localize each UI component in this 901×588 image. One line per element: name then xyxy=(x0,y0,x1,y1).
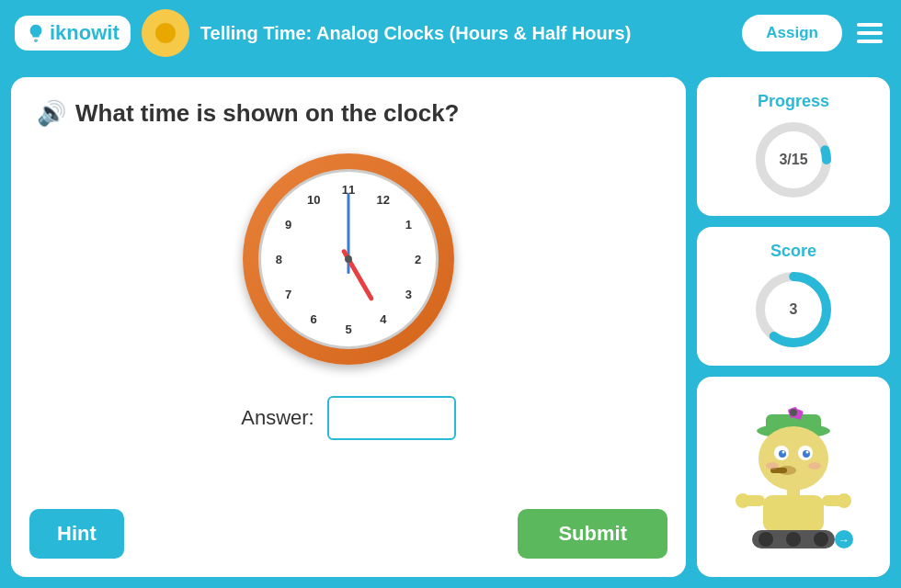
analog-clock: 121234567891011 xyxy=(243,153,454,365)
header: iknowit Telling Time: Analog Clocks (Hou… xyxy=(0,0,901,66)
clock-number-4: 4 xyxy=(380,312,386,326)
answer-label: Answer: xyxy=(241,406,314,430)
svg-point-20 xyxy=(808,462,821,469)
action-buttons: Hint Submit xyxy=(29,509,667,559)
svg-rect-22 xyxy=(763,495,824,532)
submit-button[interactable]: Submit xyxy=(518,509,667,559)
svg-point-16 xyxy=(806,451,809,454)
menu-line-1 xyxy=(857,23,883,27)
assign-button[interactable]: Assign xyxy=(742,15,842,51)
svg-point-30 xyxy=(814,532,828,547)
hour-hand xyxy=(347,258,374,302)
svg-point-9 xyxy=(790,409,797,416)
clock-center xyxy=(345,255,352,263)
clock-number-12: 12 xyxy=(377,192,390,206)
clock-number-8: 8 xyxy=(276,253,282,266)
menu-line-3 xyxy=(857,40,883,43)
svg-point-29 xyxy=(786,532,801,547)
main-area: 🔊 What time is shown on the clock? 12123… xyxy=(0,66,901,588)
svg-text:→: → xyxy=(838,534,850,547)
svg-point-10 xyxy=(758,426,828,491)
logo-bulb-icon xyxy=(26,23,46,43)
clock-number-9: 9 xyxy=(285,218,291,232)
clock-number-3: 3 xyxy=(405,287,412,300)
progress-donut: 3/15 xyxy=(752,119,835,201)
hint-button[interactable]: Hint xyxy=(29,509,124,559)
minute-hand xyxy=(348,193,350,259)
svg-point-15 xyxy=(782,451,785,454)
svg-point-19 xyxy=(766,462,779,469)
lesson-icon xyxy=(142,9,189,57)
svg-point-25 xyxy=(736,493,750,508)
clock-number-7: 7 xyxy=(285,287,291,300)
svg-point-28 xyxy=(758,532,773,547)
clock-outer-ring: 121234567891011 xyxy=(243,153,454,365)
clock-face: 121234567891011 xyxy=(258,169,439,349)
clock-number-6: 6 xyxy=(311,312,317,326)
score-card: Score 3 xyxy=(697,227,890,366)
logo: iknowit xyxy=(15,16,131,51)
progress-value: 3/15 xyxy=(779,152,807,168)
question-row: 🔊 What time is shown on the clock? xyxy=(37,99,660,128)
svg-point-0 xyxy=(34,39,38,40)
lesson-title: Telling Time: Analog Clocks (Hours & Hal… xyxy=(200,23,732,44)
lesson-icon-inner xyxy=(155,23,176,43)
progress-title: Progress xyxy=(758,92,829,111)
progress-card: Progress 3/15 xyxy=(697,77,890,216)
answer-input[interactable] xyxy=(327,396,456,440)
mascot-icon: → xyxy=(724,403,862,550)
clock-number-10: 10 xyxy=(307,192,320,206)
clock-number-1: 1 xyxy=(405,218,412,232)
score-title: Score xyxy=(770,242,816,261)
logo-text: iknowit xyxy=(50,21,120,45)
answer-row: Answer: xyxy=(241,396,455,440)
svg-point-26 xyxy=(837,493,851,508)
menu-line-2 xyxy=(857,31,883,35)
score-donut: 3 xyxy=(752,268,835,351)
question-panel: 🔊 What time is shown on the clock? 12123… xyxy=(11,77,686,577)
speaker-icon[interactable]: 🔊 xyxy=(37,99,66,128)
score-value: 3 xyxy=(790,301,798,318)
question-text: What time is shown on the clock? xyxy=(75,99,460,128)
menu-button[interactable] xyxy=(853,19,886,47)
clock-number-5: 5 xyxy=(345,322,351,335)
right-panel: Progress 3/15 Score 3 xyxy=(697,77,890,577)
mascot-card: → xyxy=(697,377,890,577)
clock-number-2: 2 xyxy=(415,253,421,266)
